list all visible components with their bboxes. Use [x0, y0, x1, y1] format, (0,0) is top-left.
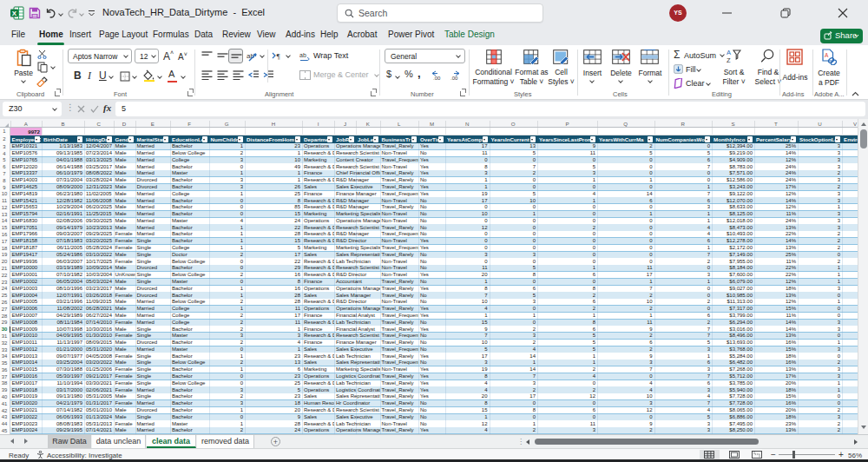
svg-text:X: X	[12, 10, 17, 17]
svg-text:A: A	[825, 52, 829, 58]
svg-text:A: A	[727, 49, 731, 56]
svg-text:.00: .00	[450, 76, 458, 81]
svg-text:Z: Z	[727, 56, 731, 63]
svg-text:.00: .00	[433, 76, 441, 81]
svg-text:ab: ab	[299, 52, 306, 58]
svg-text:¶: ¶	[277, 52, 280, 61]
